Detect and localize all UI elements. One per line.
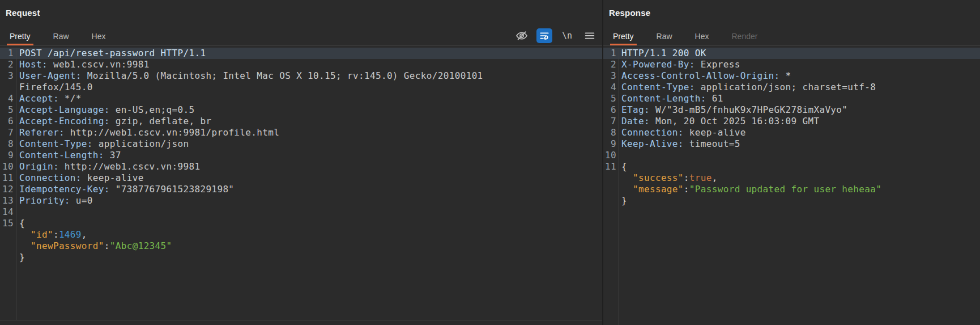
- line-number: 9: [0, 150, 14, 161]
- code-line[interactable]: 4Content-Type: application/json; charset…: [603, 82, 980, 93]
- line-content: Connection: keep-alive: [14, 172, 144, 184]
- code-line[interactable]: 7Date: Mon, 20 Oct 2025 16:03:09 GMT: [603, 116, 980, 127]
- line-number: 3: [603, 70, 616, 82]
- code-line[interactable]: 4Accept: */*: [0, 93, 602, 104]
- tab-hex[interactable]: Hex: [692, 28, 712, 45]
- gutter-separator: [16, 48, 16, 320]
- line-content: Access-Control-Allow-Origin: *: [616, 70, 791, 82]
- tab-pretty[interactable]: Pretty: [610, 28, 637, 45]
- code-line[interactable]: 13Priority: u=0: [0, 195, 602, 206]
- code-line[interactable]: 3User-Agent: Mozilla/5.0 (Macintosh; Int…: [0, 70, 602, 82]
- response-title: Response: [609, 8, 650, 18]
- code-line[interactable]: 11Connection: keep-alive: [0, 172, 602, 184]
- code-line[interactable]: }: [0, 252, 602, 263]
- line-number: 2: [0, 59, 14, 70]
- response-editor[interactable]: 1HTTP/1.1 200 OK2X-Powered-By: Express3A…: [603, 48, 980, 325]
- line-content: "success":true,: [616, 172, 718, 184]
- eye-slash-icon[interactable]: [514, 28, 530, 43]
- code-line[interactable]: 1POST /api/reset-password HTTP/1.1: [0, 48, 602, 59]
- code-line[interactable]: 2Host: web1.cscv.vn:9981: [0, 59, 602, 70]
- code-line[interactable]: 8Content-Type: application/json: [0, 138, 602, 150]
- line-number: 8: [0, 138, 14, 150]
- line-number: [0, 82, 14, 93]
- tab-pretty[interactable]: Pretty: [7, 28, 33, 45]
- code-line[interactable]: "newPassword":"Abc@12345": [0, 240, 602, 252]
- tab-hex[interactable]: Hex: [89, 28, 109, 45]
- line-content: Content-Type: application/json; charset=…: [616, 82, 876, 93]
- code-line[interactable]: Firefox/145.0: [0, 82, 602, 93]
- line-number: 7: [603, 116, 616, 127]
- response-panel: Response PrettyRawHexRender 1HTTP/1.1 20…: [603, 0, 980, 325]
- code-line[interactable]: 15{: [0, 218, 602, 229]
- code-line[interactable]: 12Idempotency-Key: "7387767961523829198": [0, 184, 602, 195]
- code-line[interactable]: 9Content-Length: 37: [0, 150, 602, 161]
- hamburger-menu-icon[interactable]: [582, 28, 598, 43]
- line-number: 9: [603, 138, 616, 150]
- line-content: Content-Type: application/json: [14, 138, 189, 150]
- code-line[interactable]: "message":"Password updated for user heh…: [603, 184, 980, 195]
- line-number: 6: [0, 116, 14, 127]
- line-content: {: [14, 218, 25, 229]
- code-line[interactable]: 6ETag: W/"3d-mB5/fnhuK9x7HPeGK278imXaVyo…: [603, 104, 980, 116]
- code-line[interactable]: 5Accept-Language: en-US,en;q=0.5: [0, 104, 602, 116]
- code-line[interactable]: 7Referer: http://web1.cscv.vn:9981/profi…: [0, 127, 602, 138]
- code-line[interactable]: "success":true,: [603, 172, 980, 184]
- line-number: 11: [603, 161, 616, 172]
- code-line[interactable]: }: [603, 195, 980, 206]
- line-number: 10: [603, 150, 616, 161]
- tab-render: Render: [729, 28, 761, 45]
- line-content: X-Powered-By: Express: [616, 59, 740, 70]
- line-number: 1: [603, 48, 616, 59]
- show-newlines-icon[interactable]: \n: [559, 28, 575, 43]
- line-number: [0, 240, 14, 252]
- code-line[interactable]: 6Accept-Encoding: gzip, deflate, br: [0, 116, 602, 127]
- line-number: 1: [0, 48, 14, 59]
- line-number: [603, 195, 616, 206]
- code-line[interactable]: 8Connection: keep-alive: [603, 127, 980, 138]
- line-number: 8: [603, 127, 616, 138]
- code-line[interactable]: 9Keep-Alive: timeout=5: [603, 138, 980, 150]
- line-number: 13: [0, 195, 14, 206]
- line-number: 7: [0, 127, 14, 138]
- line-content: ETag: W/"3d-mB5/fnhuK9x7HPeGK278imXaVyo": [616, 104, 847, 116]
- line-content: Accept-Encoding: gzip, deflate, br: [14, 116, 211, 127]
- request-title: Request: [6, 8, 40, 18]
- line-content: {: [616, 161, 627, 172]
- line-content: Content-Length: 61: [616, 93, 723, 104]
- line-content: Origin: http://web1.cscv.vn:9981: [14, 161, 200, 172]
- line-content: Connection: keep-alive: [616, 127, 746, 138]
- soft-wrap-toggle-icon[interactable]: [536, 28, 552, 43]
- line-content: }: [14, 252, 25, 263]
- code-line[interactable]: 3Access-Control-Allow-Origin: *: [603, 70, 980, 82]
- request-editor[interactable]: 1POST /api/reset-password HTTP/1.12Host:…: [0, 48, 602, 320]
- code-line[interactable]: 2X-Powered-By: Express: [603, 59, 980, 70]
- line-content: Accept: */*: [14, 93, 82, 104]
- line-number: 11: [0, 172, 14, 184]
- line-content: HTTP/1.1 200 OK: [616, 48, 706, 59]
- line-number: 4: [603, 82, 616, 93]
- line-number: [603, 172, 616, 184]
- code-line[interactable]: 5Content-Length: 61: [603, 93, 980, 104]
- line-number: 10: [0, 161, 14, 172]
- line-number: [603, 184, 616, 195]
- code-line[interactable]: 14: [0, 206, 602, 218]
- code-line[interactable]: 10Origin: http://web1.cscv.vn:9981: [0, 161, 602, 172]
- code-line[interactable]: 1HTTP/1.1 200 OK: [603, 48, 980, 59]
- line-content: "newPassword":"Abc@12345": [14, 240, 172, 252]
- code-line[interactable]: 10: [603, 150, 980, 161]
- response-tabbar: PrettyRawHexRender: [603, 28, 980, 46]
- line-number: 4: [0, 93, 14, 104]
- line-content: User-Agent: Mozilla/5.0 (Macintosh; Inte…: [14, 70, 483, 82]
- line-number: 15: [0, 218, 14, 229]
- line-content: Date: Mon, 20 Oct 2025 16:03:09 GMT: [616, 116, 819, 127]
- line-content: Accept-Language: en-US,en;q=0.5: [14, 104, 194, 116]
- line-number: 5: [0, 104, 14, 116]
- request-panel: Request PrettyRawHex \n: [0, 0, 602, 325]
- line-number: 12: [0, 184, 14, 195]
- code-line[interactable]: 11{: [603, 161, 980, 172]
- line-number: 2: [603, 59, 616, 70]
- tab-raw[interactable]: Raw: [50, 28, 72, 45]
- line-number: [0, 252, 14, 263]
- code-line[interactable]: "id":1469,: [0, 229, 602, 240]
- tab-raw[interactable]: Raw: [654, 28, 675, 45]
